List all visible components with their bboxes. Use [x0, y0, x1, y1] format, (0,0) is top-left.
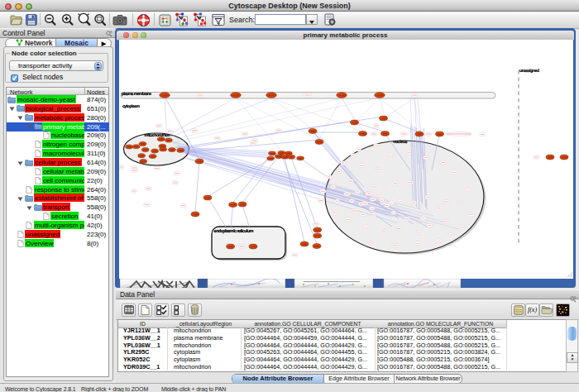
- svg-text:unassigned: unassigned: [519, 69, 539, 74]
- svg-text:endoplasmic reticulum: endoplasmic reticulum: [214, 229, 254, 234]
- svg-text:plasma membrane: plasma membrane: [122, 92, 151, 97]
- svg-text:nucleus: nucleus: [394, 140, 408, 145]
- svg-text:cytoplasm: cytoplasm: [122, 104, 141, 109]
- svg-text:mitochondrion: mitochondrion: [145, 133, 170, 138]
